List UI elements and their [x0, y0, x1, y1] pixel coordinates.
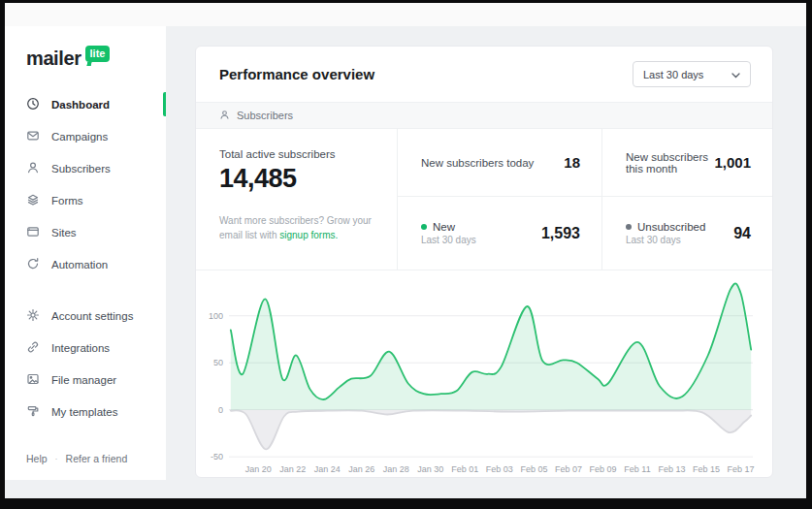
y-axis-tick: -50 [196, 452, 223, 461]
subscribers-chart: 100500-50 Jan 20Jan 22Jan 24Jan 26Jan 28… [196, 270, 772, 478]
stat-label: New subscribers today [421, 157, 534, 169]
logo-brand-text: mailer [26, 48, 81, 69]
stat-new-this-month: New subscribers this month 1,001 [601, 129, 772, 197]
sidebar-item-integrations[interactable]: Integrations [5, 332, 166, 364]
stat-sublabel: Last 30 days [421, 235, 476, 245]
sidebar-item-automation[interactable]: Automation [5, 248, 166, 280]
active-indicator [163, 92, 166, 116]
sidebar-item-account-settings[interactable]: Account settings [5, 300, 166, 332]
new-legend-dot [421, 224, 427, 230]
stat-new-today: New subscribers today 18 [398, 129, 601, 197]
logo-lite-badge: lite [85, 46, 111, 62]
sites-icon [26, 225, 40, 240]
settings-icon [26, 308, 40, 324]
stat-label: New subscribers this month [626, 151, 714, 175]
sidebar-item-label: Dashboard [51, 99, 110, 111]
stat-unsubscribed-30-days: Unsubscribed Last 30 days 94 [601, 197, 772, 270]
y-axis-tick: 100 [196, 311, 223, 321]
tab-strip: Subscribers [196, 103, 772, 129]
templates-icon [26, 404, 40, 420]
performance-overview-card: Performance overview Last 30 days Subscr… [195, 46, 773, 478]
sidebar: mailer lite Dashboard Campaigns [5, 26, 166, 480]
tab-label: Subscribers [237, 110, 293, 121]
x-axis-tick: Feb 17 [721, 464, 762, 474]
stat-label: New [433, 221, 455, 233]
chart-plot-area[interactable] [229, 276, 753, 462]
sidebar-footer: Help · Refer a friend [26, 453, 127, 464]
date-range-select[interactable]: Last 30 days [633, 61, 751, 87]
date-range-value: Last 30 days [643, 69, 703, 80]
y-axis-tick: 0 [196, 405, 223, 415]
sidebar-item-label: Subscribers [51, 163, 111, 175]
sidebar-item-label: Integrations [51, 342, 110, 354]
dashboard-icon [26, 97, 40, 112]
stat-value: 94 [733, 225, 751, 242]
y-axis-labels: 100500-50 [196, 276, 225, 462]
total-subscribers-label: Total active subscribers [219, 148, 379, 160]
total-subscribers-panel: Total active subscribers 14,485 Want mor… [196, 129, 398, 270]
stat-label: Unsubscribed [637, 221, 705, 233]
stats-section: Total active subscribers 14,485 Want mor… [196, 129, 772, 270]
sidebar-group-gap [5, 280, 166, 300]
sidebar-item-my-templates[interactable]: My templates [5, 396, 166, 428]
sidebar-nav: Dashboard Campaigns Subscribers [5, 88, 166, 428]
stats-grid: New subscribers today 18 New subscribers… [398, 129, 772, 270]
app-screen: mailer lite Dashboard Campaigns [5, 3, 806, 498]
subscribers-icon [26, 161, 40, 176]
automation-icon [26, 257, 40, 272]
top-strip [5, 3, 806, 26]
y-axis-tick: 50 [196, 358, 223, 367]
refer-a-friend-link[interactable]: Refer a friend [66, 453, 128, 464]
unsubscribed-legend-dot [626, 224, 632, 230]
stat-value: 1,001 [714, 154, 751, 171]
stat-value: 1,593 [541, 225, 580, 242]
sidebar-item-label: File manager [51, 374, 116, 386]
chevron-down-icon [731, 69, 740, 80]
sidebar-item-campaigns[interactable]: Campaigns [5, 120, 166, 152]
stat-sublabel: Last 30 days [626, 235, 705, 245]
sidebar-item-file-manager[interactable]: File manager [5, 364, 166, 396]
grow-list-hint: Want more subscribers? Grow your email l… [219, 213, 379, 242]
stat-value: 18 [564, 154, 580, 171]
window-frame: mailer lite Dashboard Campaigns [0, 0, 812, 509]
series-area-new [231, 283, 751, 409]
sidebar-item-dashboard[interactable]: Dashboard [5, 88, 166, 120]
tab-subscribers[interactable]: Subscribers [219, 110, 293, 122]
campaigns-icon [26, 129, 40, 144]
sidebar-item-forms[interactable]: Forms [5, 184, 166, 216]
series-line-unsubscribed [231, 410, 751, 449]
integrations-icon [26, 340, 40, 356]
file-manager-icon [26, 372, 40, 388]
series-area-unsubscribed [231, 410, 751, 450]
sidebar-item-label: Automation [51, 259, 108, 270]
forms-icon [26, 193, 40, 208]
sidebar-item-label: Account settings [51, 310, 133, 322]
x-axis-labels: Jan 20Jan 22Jan 24Jan 26Jan 28Jan 30Feb … [229, 464, 753, 478]
help-link[interactable]: Help [26, 453, 48, 464]
footer-separator: · [55, 454, 58, 463]
signup-forms-link[interactable]: signup forms. [279, 230, 338, 240]
total-subscribers-value: 14,485 [219, 164, 379, 194]
sidebar-item-label: Campaigns [51, 131, 108, 143]
card-header: Performance overview Last 30 days [196, 47, 772, 103]
sidebar-item-label: Sites [51, 227, 77, 239]
sidebar-item-label: My templates [51, 406, 117, 418]
sidebar-item-label: Forms [51, 195, 83, 207]
person-icon [219, 110, 230, 122]
stat-new-30-days: New Last 30 days 1,593 [398, 197, 601, 270]
page-title: Performance overview [219, 66, 374, 82]
sidebar-item-subscribers[interactable]: Subscribers [5, 152, 166, 184]
sidebar-item-sites[interactable]: Sites [5, 216, 166, 248]
mailerlite-logo: mailer lite [26, 48, 110, 69]
